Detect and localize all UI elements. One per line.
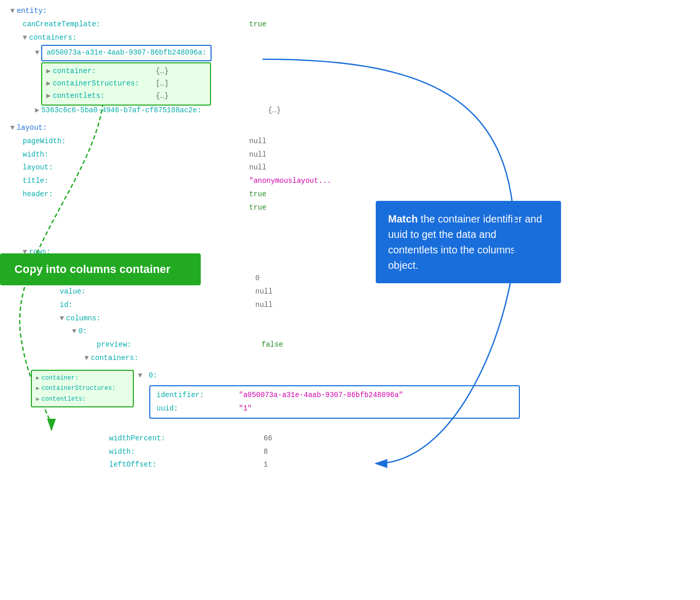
pageWidth-key: pageWidth: bbox=[23, 135, 249, 148]
widthPercent-row: widthPercent: 66 bbox=[10, 433, 690, 445]
uuid-a-key: a050073a-a31e-4aab-9307-86bfb248096a: bbox=[46, 48, 206, 57]
true2-val: true bbox=[249, 202, 267, 214]
col0-row: 0: bbox=[10, 325, 690, 338]
preview-key: preview: bbox=[97, 339, 261, 351]
uuid-a-row: a050073a-a31e-4aab-9307-86bfb248096a: bbox=[10, 45, 690, 61]
containers2-key: containers: bbox=[91, 352, 138, 365]
uuid-5-row: 5363c6c6-5ba0-4946-b7af-cf875188ac2e: {…… bbox=[10, 105, 690, 117]
containerStructures-key-bottom: containerStructures: bbox=[42, 383, 116, 393]
pageWidth-val: null bbox=[249, 135, 267, 148]
columns-arrow[interactable] bbox=[60, 313, 64, 325]
green-banner: Copy into columns container bbox=[0, 253, 201, 285]
containerStructures-arrow-bottom[interactable] bbox=[36, 384, 40, 393]
containers-arrow[interactable] bbox=[23, 32, 27, 44]
canCreateTemplate-val: true bbox=[249, 19, 267, 31]
leftOffset-row: leftOffset: 1 bbox=[10, 459, 690, 471]
title-val: "anonymouslayout... bbox=[249, 175, 331, 187]
width2-val: 8 bbox=[264, 446, 268, 458]
columns-key: columns: bbox=[66, 313, 100, 325]
containers-key: containers: bbox=[29, 32, 76, 44]
title-key: title: bbox=[23, 175, 249, 187]
containerStructures-arrow-top[interactable] bbox=[46, 78, 50, 90]
contentlets-row-top: contentlets: {…} bbox=[46, 90, 206, 102]
widthPercent-val: 66 bbox=[264, 433, 272, 445]
contentlets-key-top: contentlets: bbox=[52, 90, 155, 102]
identifier2-key: identifier: bbox=[156, 389, 239, 402]
contentlets-val-top: {…} bbox=[155, 90, 168, 102]
cont0-key: 0: bbox=[149, 371, 157, 380]
width-row: width: null bbox=[10, 149, 690, 161]
blue-tooltip: Match the container identifier and uuid … bbox=[376, 201, 561, 283]
columns-row: columns: bbox=[10, 313, 690, 325]
layout-key: layout: bbox=[16, 122, 47, 134]
col0-key: 0: bbox=[78, 325, 87, 338]
containers2-row: containers: bbox=[10, 352, 690, 365]
container-key-top: container: bbox=[52, 65, 155, 78]
identifier2-row: identifier: "a050073a-a31e-4aab-9307-86b… bbox=[156, 389, 513, 402]
uuid-5-arrow[interactable] bbox=[35, 105, 39, 117]
containerStructures-row-top: containerStructures: […] bbox=[46, 78, 206, 90]
identifier-uuid-box: identifier: "a050073a-a31e-4aab-9307-86b… bbox=[149, 385, 520, 419]
contentlets-arrow-top[interactable] bbox=[46, 90, 50, 102]
width-val: null bbox=[249, 149, 267, 161]
width2-key: width: bbox=[109, 446, 264, 458]
id-val: null bbox=[255, 299, 273, 312]
containerStructures-key-top: containerStructures: bbox=[52, 78, 155, 90]
value-key: value: bbox=[60, 286, 255, 298]
green-box-top: container: {…} containerStructures: […] … bbox=[41, 62, 211, 105]
container-key-bottom: container: bbox=[42, 373, 79, 383]
leftOffset-key: leftOffset: bbox=[109, 459, 264, 471]
leftOffset-val: 1 bbox=[264, 459, 268, 471]
container-row-top: container: {…} bbox=[46, 65, 206, 78]
entity-arrow[interactable] bbox=[10, 5, 14, 18]
identifier-val: 0 bbox=[255, 272, 259, 285]
canCreateTemplate-key: canCreateTemplate: bbox=[23, 19, 249, 31]
layout-arrow[interactable] bbox=[10, 122, 14, 134]
layout2-val: null bbox=[249, 162, 267, 174]
value-val: null bbox=[255, 286, 273, 298]
containers-row: containers: bbox=[10, 32, 690, 44]
header-row: header: true bbox=[10, 188, 690, 201]
container-val-top: {…} bbox=[155, 65, 168, 78]
container-arrow-top[interactable] bbox=[46, 65, 50, 78]
contentlets-row-bottom: contentlets: bbox=[36, 394, 129, 404]
containers2-arrow[interactable] bbox=[84, 352, 89, 365]
contentlets-key-bottom: contentlets: bbox=[42, 394, 86, 404]
containerStructures-row-bottom: containerStructures: bbox=[36, 383, 129, 393]
identifier2-val: "a050073a-a31e-4aab-9307-86bfb248096a" bbox=[239, 389, 403, 402]
title-row: title: "anonymouslayout... bbox=[10, 175, 690, 187]
entity-key: entity: bbox=[16, 5, 47, 18]
cont0-row: 0: bbox=[138, 370, 157, 382]
uuid-row: uuid: "1" bbox=[156, 403, 513, 415]
id-row: id: null bbox=[10, 299, 690, 312]
tooltip-match: Match bbox=[388, 213, 418, 225]
header-key: header: bbox=[23, 188, 249, 201]
width-key: width: bbox=[23, 149, 249, 161]
col0-arrow[interactable] bbox=[72, 325, 76, 338]
layout2-row: layout: null bbox=[10, 162, 690, 174]
green-box-bottom: container: containerStructures: contentl… bbox=[31, 370, 134, 407]
container-row-bottom: container: bbox=[36, 373, 129, 383]
uuid-5-key: 5363c6c6-5ba0-4946-b7af-cf875188ac2e: bbox=[41, 105, 268, 117]
preview-row: preview: false bbox=[10, 339, 690, 351]
containerStructures-val-top: […] bbox=[155, 78, 168, 90]
header-val: true bbox=[249, 188, 267, 201]
width2-row: width: 8 bbox=[10, 446, 690, 458]
pageWidth-row: pageWidth: null bbox=[10, 135, 690, 148]
uuid-val: "1" bbox=[239, 403, 252, 415]
contentlets-arrow-bottom[interactable] bbox=[36, 395, 40, 404]
cont0-arrow[interactable] bbox=[138, 371, 142, 380]
layout2-key: layout: bbox=[23, 162, 249, 174]
uuid-a-arrow[interactable] bbox=[35, 47, 39, 59]
value-row: value: null bbox=[10, 286, 690, 298]
container-arrow-bottom[interactable] bbox=[36, 373, 40, 383]
id-key: id: bbox=[60, 299, 255, 312]
uuid-key: uuid: bbox=[156, 403, 239, 415]
uuid-5-val: {…} bbox=[268, 105, 281, 117]
widthPercent-key: widthPercent: bbox=[109, 433, 264, 445]
canCreateTemplate-row: canCreateTemplate: true bbox=[10, 19, 690, 31]
entity-row: entity: bbox=[10, 5, 690, 18]
preview-val: false bbox=[261, 339, 283, 351]
layout-row: layout: bbox=[10, 122, 690, 134]
